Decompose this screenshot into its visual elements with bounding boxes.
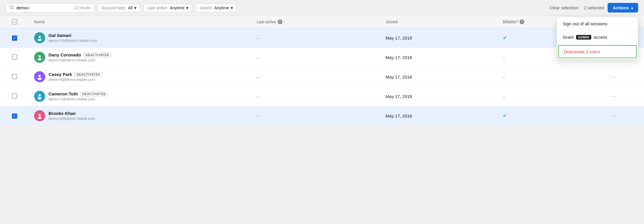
row-last-active-cell: – — [252, 28, 381, 48]
row-more-button[interactable]: ··· — [608, 73, 619, 81]
users-table: – Name Last active ? ↑ Joined — [0, 16, 644, 126]
sign-out-sessions-item[interactable]: Sign out of all sessions — [557, 17, 638, 31]
user-info: Cameron Toth DEACTIVATED demo+7@demo.hta… — [49, 91, 108, 101]
clear-selection-button[interactable]: Clear selection — [547, 3, 580, 12]
billable-check: ✓ — [503, 113, 507, 119]
user-name: Brooke Khan — [49, 111, 95, 116]
last-active-value: – — [257, 113, 259, 118]
joined-filter[interactable]: Joined: Anytime ▾ — [196, 3, 237, 12]
search-input[interactable] — [16, 5, 72, 10]
user-cell: Dany Coronado DEACTIVATED demo+9@demo.ht… — [34, 52, 247, 63]
table-header-row: – Name Last active ? ↑ Joined — [0, 16, 644, 28]
svg-point-6 — [38, 75, 41, 77]
svg-point-2 — [38, 36, 41, 38]
row-actions-cell: ··· — [603, 67, 644, 87]
joined-value: May 17, 2018 — [386, 35, 412, 40]
avatar — [34, 91, 45, 102]
actions-dropdown: Sign out of all sessions Grant ADMIN acc… — [557, 17, 638, 60]
row-checkbox[interactable]: ✓ — [12, 35, 17, 41]
user-info: Gal Samari demo+10@demo.htable.com — [49, 33, 98, 43]
account-type-value: All — [128, 6, 133, 10]
joined-value: May 17, 2018 — [386, 74, 412, 79]
row-last-active-cell: – — [252, 67, 381, 87]
user-name: Cameron Toth DEACTIVATED — [49, 91, 108, 96]
row-joined-cell: May 17, 2018 — [381, 48, 498, 67]
row-joined-cell: May 17, 2018 — [381, 67, 498, 87]
selected-count: 2 selected — [584, 5, 604, 10]
row-joined-cell: May 17, 2018 — [381, 106, 498, 126]
user-name: Casey Park DEACTIVATED — [49, 72, 103, 77]
select-all-checkbox[interactable]: – — [12, 19, 17, 24]
svg-point-8 — [38, 94, 41, 97]
user-email: demo+7@demo.htable.com — [49, 97, 108, 101]
table-row: ✓ Gal Samari demo+10@demo.htable.com –Ma… — [0, 28, 644, 48]
deactivated-badge: DEACTIVATED — [74, 72, 102, 77]
user-email: demo+10@demo.htable.com — [49, 38, 98, 43]
last-active-filter[interactable]: Last active: Anytime ▾ — [144, 3, 192, 12]
table-row: Cameron Toth DEACTIVATED demo+7@demo.hta… — [0, 87, 644, 106]
admin-badge: ADMIN — [576, 35, 592, 40]
search-box: 12 results — [6, 3, 94, 13]
account-type-label: Account type: — [101, 6, 126, 10]
row-last-active-cell: – — [252, 48, 381, 67]
svg-point-7 — [38, 78, 42, 80]
users-table-container: – Name Last active ? ↑ Joined — [0, 16, 644, 126]
avatar — [34, 32, 45, 43]
row-name-cell: Gal Samari demo+10@demo.htable.com — [29, 28, 252, 48]
row-actions-cell: ··· — [603, 106, 644, 126]
svg-line-1 — [13, 8, 14, 9]
deactivate-users-item[interactable]: Deactivate 2 users — [558, 45, 637, 58]
deactivated-badge: DEACTIVATED — [83, 53, 111, 57]
joined-value: May 17, 2018 — [386, 113, 412, 118]
row-checkbox-cell — [0, 87, 29, 106]
deactivate-users-label: Deactivate 2 users — [564, 49, 600, 54]
svg-point-11 — [38, 117, 42, 119]
actions-wrapper: Actions ▴ Sign out of all sessions Grant… — [608, 3, 638, 13]
sign-out-sessions-label: Sign out of all sessions — [563, 21, 607, 26]
row-checkbox[interactable] — [12, 93, 17, 99]
row-joined-cell: May 17, 2018 — [381, 28, 498, 48]
chevron-up-icon: ▴ — [631, 6, 633, 10]
row-last-active-cell: – — [252, 87, 381, 106]
row-checkbox[interactable] — [12, 54, 17, 60]
grant-label: Grant — [563, 35, 574, 40]
svg-point-10 — [38, 114, 41, 116]
grant-access-label: access — [594, 35, 607, 40]
actions-button[interactable]: Actions ▴ — [608, 3, 638, 13]
user-cell: Brooke Khan demo+6@demo.htable.com — [34, 110, 247, 121]
billable-dash: – — [503, 74, 505, 79]
joined-value: May 17, 2018 — [386, 94, 412, 99]
user-cell: Casey Park DEACTIVATED demo+8@demo.htabl… — [34, 71, 247, 82]
chevron-down-icon: ▾ — [186, 6, 188, 10]
joined-value: May 17, 2018 — [386, 55, 412, 60]
row-more-button[interactable]: ··· — [608, 92, 619, 101]
user-cell: Cameron Toth DEACTIVATED demo+7@demo.hta… — [34, 91, 247, 102]
row-more-button[interactable]: ··· — [608, 112, 619, 120]
col-header-joined: Joined — [381, 16, 498, 28]
search-results: 12 results — [74, 6, 90, 10]
svg-point-5 — [38, 58, 42, 61]
user-info: Brooke Khan demo+6@demo.htable.com — [49, 111, 95, 121]
last-active-label: Last active: — [147, 6, 168, 10]
row-checkbox[interactable]: ✓ — [12, 113, 17, 119]
svg-point-4 — [38, 55, 41, 58]
joined-label: Joined: — [199, 6, 212, 10]
grant-admin-access-item[interactable]: Grant ADMIN access — [557, 31, 638, 44]
row-checkbox-cell — [0, 48, 29, 67]
col-header-last-active: Last active ? ↑ — [252, 16, 381, 28]
sort-icon[interactable]: ↑ — [284, 20, 286, 24]
chevron-down-icon: ▾ — [231, 6, 233, 10]
user-name: Gal Samari — [49, 33, 98, 38]
row-checkbox[interactable] — [12, 74, 17, 79]
actions-label: Actions — [613, 5, 629, 10]
row-checkbox-cell — [0, 67, 29, 87]
table-row: Casey Park DEACTIVATED demo+8@demo.htabl… — [0, 67, 644, 87]
svg-point-9 — [38, 97, 42, 99]
billable-dash: – — [503, 55, 505, 60]
account-type-filter[interactable]: Account type: All ▾ — [98, 3, 140, 12]
row-billable-cell: – — [498, 67, 603, 87]
svg-point-3 — [38, 39, 42, 41]
billable-info-icon: ? — [520, 19, 524, 24]
user-cell: Gal Samari demo+10@demo.htable.com — [34, 32, 247, 43]
last-active-info-icon: ? — [278, 19, 282, 24]
